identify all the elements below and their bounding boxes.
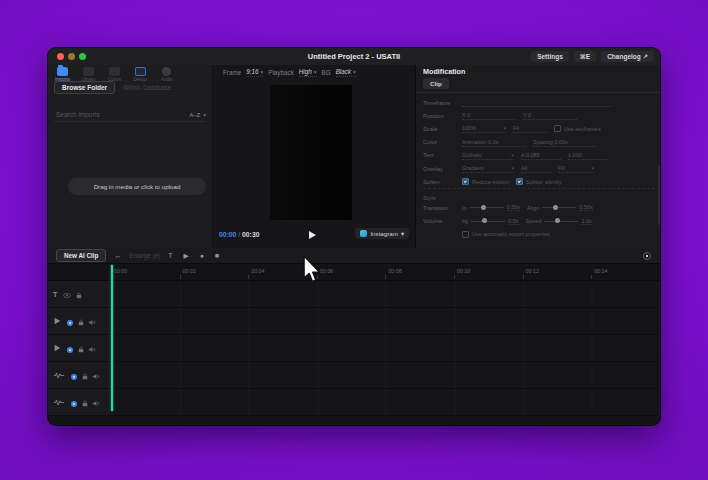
mod-field[interactable]: 1.000 [568, 151, 608, 160]
sort-label[interactable]: A–Z [189, 112, 200, 118]
nav-audio[interactable]: Audio [158, 67, 175, 82]
new-ai-clip-button[interactable]: New AI Clip [56, 249, 106, 262]
ruler-tickmark [385, 275, 386, 279]
marker-tool[interactable]: ● [200, 252, 204, 259]
timeline: New AI Clip ↔ Enlarge (e) T▶●■ 00:0000:0… [48, 248, 660, 425]
mod-select[interactable]: Gradient▾ [462, 164, 514, 173]
track-header-video[interactable] [48, 308, 111, 334]
eye-icon[interactable] [63, 285, 71, 303]
mod-row: TextGotham▾A 0.0851.000 [423, 149, 655, 162]
track-lane[interactable] [111, 281, 660, 307]
video-preview[interactable] [270, 85, 352, 220]
mod-slider[interactable]: bg0.5x [462, 218, 519, 225]
chevron-down-icon[interactable]: ▾ [203, 112, 206, 118]
playhead[interactable] [111, 265, 113, 411]
snapshot-tool[interactable]: ■ [215, 252, 219, 259]
eye-on-icon[interactable] [67, 339, 73, 357]
playback-select[interactable]: High▾ [299, 68, 317, 77]
mod-field[interactable]: X 0 [462, 111, 516, 120]
platform-select[interactable]: Instagram ▾ [355, 228, 409, 239]
select-tool[interactable]: ▶ [184, 252, 189, 260]
frame-select[interactable]: 9:16▾ [246, 68, 263, 77]
mod-field[interactable]: A 0.085 [521, 151, 561, 160]
mod-select[interactable]: 100%▾ [462, 124, 506, 133]
search-input[interactable] [54, 110, 189, 119]
mod-row: TransitionIn0.50sAlign0.50s [423, 201, 655, 214]
enlarge-button[interactable]: Enlarge (e) [129, 252, 160, 259]
mod-field[interactable]: Alt [521, 164, 551, 173]
mod-checkbox[interactable]: Splitter silently [516, 178, 561, 185]
mod-slider[interactable]: Align0.50s [527, 204, 593, 211]
track-lane[interactable] [111, 335, 660, 361]
mod-field[interactable]: Fit [513, 124, 547, 133]
text-tool[interactable]: T [168, 252, 172, 259]
lock-icon[interactable] [77, 312, 85, 330]
lock-icon[interactable] [77, 339, 85, 357]
mod-field[interactable]: Spacing 0.00s [533, 138, 597, 147]
mod-field[interactable] [462, 98, 612, 107]
timeline-ruler[interactable]: 00:0000:0200:0400:0600:0800:1000:1200:14 [48, 265, 660, 281]
clip-tab[interactable]: Clip [423, 78, 449, 89]
imports-icon [57, 67, 68, 76]
changelog-button[interactable]: Changelog ↗ [601, 51, 654, 62]
upload-dropzone[interactable]: Drag in media or click to upload [68, 178, 206, 195]
nav-colors[interactable]: Colors [106, 67, 123, 82]
mod-row-label: Text [423, 152, 455, 158]
lock-icon[interactable] [81, 366, 89, 384]
play-button[interactable] [307, 230, 317, 240]
speaker-icon[interactable] [92, 366, 100, 384]
track-lane[interactable] [111, 389, 660, 415]
mod-field[interactable]: Y 0 [523, 111, 577, 120]
track-list: T [48, 281, 660, 416]
eye-on-icon[interactable] [71, 393, 77, 411]
track-header-audio[interactable] [48, 362, 111, 388]
time-total: 00:30 [242, 231, 259, 238]
chevron-down-icon: ▾ [353, 69, 356, 75]
speaker-icon[interactable] [88, 339, 96, 357]
ruler-tickmark [454, 275, 455, 279]
scrollbar[interactable] [658, 165, 660, 225]
mod-checkbox[interactable]: Reduce motion [462, 178, 509, 185]
settings-button[interactable]: Settings [531, 51, 569, 62]
speaker-icon[interactable] [88, 312, 96, 330]
bg-select[interactable]: Black▾ [336, 68, 356, 77]
timeline-settings-icon[interactable] [643, 252, 651, 260]
mod-slider[interactable]: In0.50s [462, 204, 520, 211]
mod-checkbox[interactable]: Use automatic export properties [462, 231, 550, 238]
track-header-video[interactable] [48, 335, 111, 361]
ruler-tick: 00:04 [251, 268, 264, 274]
mod-slider[interactable]: Speed1.0x [526, 218, 592, 225]
mod-row: PositionX 0Y 0 [423, 109, 655, 122]
ruler-tick: 00:02 [183, 268, 196, 274]
nav-library[interactable]: Library [80, 67, 97, 82]
mod-field[interactable]: Animation 0.3s [462, 138, 526, 147]
track-header-text[interactable]: T [48, 281, 111, 307]
mod-checkbox[interactable]: Use keyframes [554, 125, 601, 132]
track-row [48, 389, 660, 416]
eye-on-icon[interactable] [71, 366, 77, 384]
within-database-tab[interactable]: Within Database [123, 84, 171, 91]
mod-select[interactable]: Gotham▾ [462, 151, 514, 160]
browse-folder-tab[interactable]: Browse Folder [54, 81, 115, 94]
mod-select[interactable]: Fill▾ [558, 164, 594, 173]
track-row [48, 308, 660, 335]
eye-on-icon[interactable] [67, 312, 73, 330]
speaker-icon[interactable] [92, 393, 100, 411]
lock-icon[interactable] [75, 285, 83, 303]
library-icon [83, 67, 94, 76]
bg-label: BG [322, 69, 331, 76]
track-lane[interactable] [111, 362, 660, 388]
design-icon [135, 67, 146, 76]
ruler-tickmark [591, 275, 592, 279]
track-row [48, 362, 660, 389]
nav-design[interactable]: Design [132, 67, 149, 82]
move-tool[interactable]: ↔ [114, 252, 121, 259]
shortcut-button[interactable]: ⌘E [574, 51, 596, 62]
nav-imports[interactable]: Imports [54, 67, 71, 82]
track-header-audio[interactable] [48, 389, 111, 415]
mod-row-label: Volume [423, 218, 455, 224]
mod-row: SoftenReduce motionSplitter silently [423, 175, 655, 188]
mod-row-label: Overlay [423, 166, 455, 172]
track-lane[interactable] [111, 308, 660, 334]
lock-icon[interactable] [81, 393, 89, 411]
